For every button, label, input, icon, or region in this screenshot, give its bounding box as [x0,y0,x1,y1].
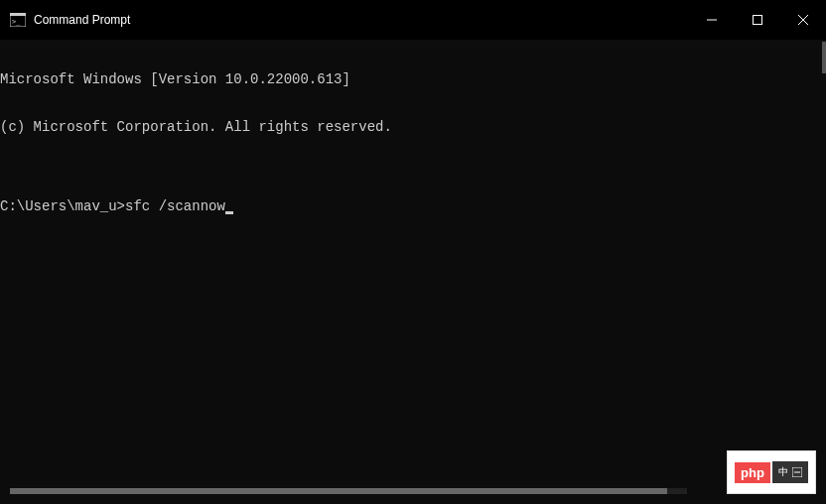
window-title: Command Prompt [34,13,130,27]
watermark-text-dark: 中 [772,461,808,483]
horizontal-scrollbar[interactable] [10,488,687,494]
scrollbar-thumb[interactable] [10,488,667,494]
maximize-button[interactable] [735,0,780,40]
cursor-icon [225,211,233,214]
svg-text:>_: >_ [12,18,21,26]
svg-rect-4 [754,16,762,25]
minimize-button[interactable] [689,0,735,40]
command-prompt-window: >_ Command Prompt Microsoft Windows [Ver… [0,0,826,504]
svg-rect-1 [10,13,26,16]
terminal-area[interactable]: Microsoft Windows [Version 10.0.22000.61… [0,40,826,504]
window-controls [689,0,826,40]
watermark-text-red: php [735,462,770,483]
watermark-badge: php 中 [727,450,816,494]
vertical-scrollbar[interactable] [822,42,826,73]
command-text: sfc /scannow [125,198,225,214]
output-line: (c) Microsoft Corporation. All rights re… [0,119,826,135]
prompt-line: C:\Users\mav_u>sfc /scannow [0,198,826,214]
app-icon: >_ [10,12,26,28]
close-button[interactable] [780,0,826,40]
titlebar[interactable]: >_ Command Prompt [0,0,826,40]
prompt-text: C:\Users\mav_u> [0,198,125,214]
output-line: Microsoft Windows [Version 10.0.22000.61… [0,71,826,87]
watermark-icon [792,467,802,477]
